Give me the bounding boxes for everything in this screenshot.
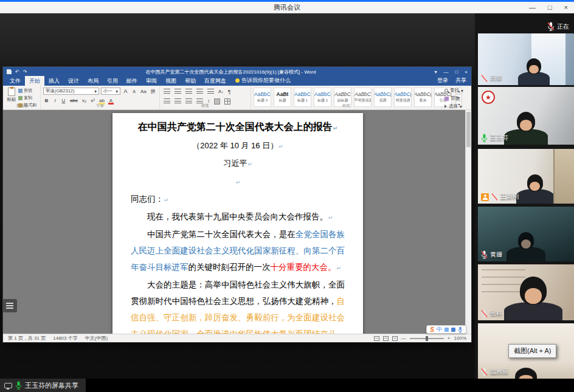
share-button[interactable]: 共享: [455, 77, 466, 84]
save-icon[interactable]: [7, 69, 12, 74]
sign-in-button[interactable]: 登录: [437, 77, 448, 84]
participant-name: 王新刚: [500, 193, 519, 201]
ime-toolbar[interactable]: S 中: [426, 325, 466, 334]
select-cursor-icon: [444, 105, 447, 108]
word-status-bar: 第 1 页，共 31 页 14803 个字 中文(中国) — + 100%: [3, 334, 471, 342]
bullets-icon: [164, 89, 170, 94]
bullets-button[interactable]: [162, 88, 171, 95]
participant-tile[interactable]: 黄姗: [478, 207, 574, 261]
redo-icon[interactable]: ↷: [23, 69, 27, 75]
word-restore-button[interactable]: □: [455, 69, 458, 75]
mic-muted-icon: [481, 74, 488, 83]
close-button[interactable]: ×: [564, 4, 568, 11]
chevron-down-icon: ▾: [116, 89, 118, 94]
font-size-combobox[interactable]: 小一 ▾: [101, 88, 120, 95]
tab-file[interactable]: 文件: [5, 76, 25, 86]
host-badge-icon: [481, 193, 489, 201]
select-button[interactable]: 选择▾: [444, 103, 463, 109]
tab-references[interactable]: 引用: [103, 76, 122, 86]
tab-home[interactable]: 开始: [25, 76, 44, 86]
doc-date: （2022 年 10 月 16 日）↵: [131, 137, 345, 155]
ime-mode-toggle[interactable]: 中: [437, 326, 442, 334]
zoom-level[interactable]: 100%: [454, 335, 466, 341]
paragraph-mark: ↵: [236, 179, 241, 185]
increase-indent-icon: [207, 89, 214, 94]
tell-me-box[interactable]: 告诉我你想要做什么: [235, 77, 291, 86]
word-count[interactable]: 14803 个字: [53, 335, 77, 342]
numbering-button[interactable]: [173, 88, 182, 95]
sogou-logo-icon[interactable]: S: [430, 326, 434, 333]
zoom-out-button[interactable]: —: [401, 335, 406, 341]
word-vertical-scrollbar[interactable]: [465, 110, 471, 334]
word-minimize-button[interactable]: —: [443, 69, 448, 75]
shrink-font-button[interactable]: A: [131, 88, 137, 95]
tab-review[interactable]: 审阅: [142, 76, 161, 86]
undo-icon[interactable]: ↶: [15, 69, 19, 75]
paragraph-mark: ↵: [333, 125, 338, 131]
font-name-combobox[interactable]: 宋体(GB2312) ▾: [43, 88, 99, 95]
tab-layout[interactable]: 布局: [83, 76, 103, 86]
maximize-button[interactable]: □: [548, 4, 552, 11]
phonetic-guide-button[interactable]: 拼: [150, 88, 157, 95]
participant-tile[interactable]: ★ 王玉芬: [478, 87, 574, 145]
word-titlebar: ↶ ↷ 在中国共产党第二十次全国代表大会上的报告20221016(9)(1) […: [3, 67, 471, 77]
change-case-button[interactable]: Aa: [139, 88, 148, 95]
word-document-title: 在中国共产党第二十次全国代表大会上的报告20221016(9)(1) [兼容模式…: [32, 69, 429, 75]
ime-toolbox-icon[interactable]: [451, 328, 455, 332]
screenshot-tooltip: 截图(Alt + A): [508, 344, 556, 358]
increase-indent-button[interactable]: [206, 88, 215, 95]
clipboard-group: 粘贴 剪切 复制 格式刷 剪贴板: [4, 86, 41, 109]
copy-button[interactable]: 复制: [18, 95, 36, 101]
mic-muted-icon: [481, 368, 488, 376]
zoom-slider[interactable]: [410, 338, 444, 339]
cut-icon: [18, 89, 22, 93]
sort-button[interactable]: A↓: [217, 88, 225, 95]
decrease-indent-icon: [196, 89, 203, 94]
school-emblem-icon: ★: [482, 91, 495, 104]
tab-view[interactable]: 视图: [161, 76, 181, 86]
word-ribbon-tabs: 文件 开始 插入 设计 布局 引用 邮件 审阅 视图 帮助 百度网盘 告诉我你想…: [3, 77, 471, 86]
language-indicator[interactable]: 中文(中国): [85, 335, 108, 342]
paste-button[interactable]: 粘贴: [7, 88, 16, 103]
zoom-knob[interactable]: [426, 336, 428, 341]
zoom-in-button[interactable]: +: [448, 335, 451, 341]
mute-status-label: 正在: [557, 22, 569, 31]
panel-toggle-button[interactable]: [2, 299, 17, 312]
doc-paragraph: 中国共产党第二十次全国代表大会，是在全党全国各族人民迈上全面建设社会主义现代化国…: [131, 226, 345, 277]
ime-mic-icon[interactable]: [458, 326, 463, 333]
multilevel-list-button[interactable]: [184, 88, 193, 95]
ribbon-options-icon[interactable]: ▾: [434, 69, 437, 75]
scrollbar-thumb[interactable]: [466, 112, 471, 147]
tab-help[interactable]: 帮助: [181, 76, 200, 86]
minimize-button[interactable]: —: [529, 4, 536, 11]
page-count[interactable]: 第 1 页，共 31 页: [8, 335, 46, 342]
share-screen-icon: [4, 383, 12, 388]
ime-keyboard-icon[interactable]: [444, 328, 449, 332]
document-canvas[interactable]: 在中国共产党第二十次全国代表大会上的报告↵ （2022 年 10 月 16 日）…: [3, 110, 471, 334]
read-mode-icon[interactable]: [374, 336, 379, 341]
replace-button[interactable]: 替换: [444, 95, 463, 101]
participant-tile[interactable]: 王新刚: [478, 149, 574, 204]
participant-tile[interactable]: 侯科: [478, 264, 574, 320]
word-close-button[interactable]: ×: [465, 69, 468, 75]
find-button[interactable]: 查找▾: [444, 88, 463, 94]
print-layout-icon[interactable]: [383, 336, 389, 341]
chevron-down-icon: ▾: [460, 104, 462, 109]
participant-tile[interactable]: 吕菲: [478, 33, 574, 85]
decrease-indent-button[interactable]: [195, 88, 204, 95]
chevron-down-icon: ▾: [461, 88, 463, 94]
tab-design[interactable]: 设计: [64, 76, 83, 86]
paragraph-group-label: 段落: [160, 103, 251, 109]
tab-insert[interactable]: 插入: [44, 76, 64, 86]
show-marks-button[interactable]: ¶: [227, 88, 232, 95]
tab-baidu-netdisk[interactable]: 百度网盘: [200, 76, 230, 86]
web-layout-icon[interactable]: [392, 336, 398, 341]
document-page[interactable]: 在中国共产党第二十次全国代表大会上的报告↵ （2022 年 10 月 16 日）…: [112, 113, 363, 334]
participant-name: 吕菲: [490, 74, 502, 83]
paragraph-mark: ↵: [337, 265, 342, 271]
cut-button[interactable]: 剪切: [18, 88, 36, 94]
paragraph-mark: ↵: [247, 161, 252, 167]
grow-font-button[interactable]: A: [122, 88, 129, 95]
tab-mailings[interactable]: 邮件: [122, 76, 142, 86]
paste-icon: [8, 88, 15, 96]
